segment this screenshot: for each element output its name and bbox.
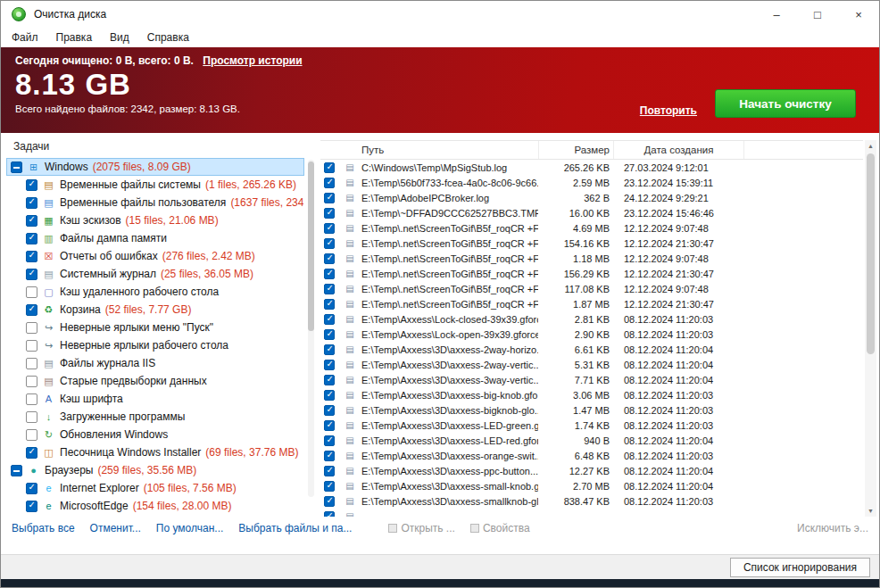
task-item[interactable]: ☒ Отчеты об ошибках (276 files, 2.42 MB) — [6, 247, 304, 265]
scroll-down-icon[interactable]: ▼ — [865, 505, 876, 517]
task-checkbox[interactable] — [26, 197, 37, 209]
file-row[interactable]: ▤ E:\Temp\.net\ScreenToGif\B5f_roqCR +F.… — [320, 266, 863, 281]
menu-item-3[interactable]: Справка — [138, 31, 198, 44]
task-checkbox[interactable] — [26, 215, 37, 227]
scroll-up-icon[interactable]: ▲ — [865, 140, 876, 152]
task-checkbox[interactable] — [26, 501, 37, 512]
file-checkbox[interactable] — [324, 360, 335, 370]
task-checkbox[interactable] — [26, 304, 37, 316]
file-row[interactable]: ▤ E:\Temp\Axxess\3D\axxess-LED-green.g..… — [320, 418, 863, 433]
task-checkbox[interactable] — [26, 340, 37, 352]
file-row[interactable]: ▤ E:\Temp\Axxess\3D\axxess-big-knob.gfo.… — [320, 387, 863, 402]
task-item[interactable]: ▦ Кэш эскизов (15 files, 21.06 MB) — [6, 211, 304, 229]
task-item[interactable]: ▤ Временные файлы пользователя (1637 fil… — [6, 194, 304, 211]
task-item[interactable]: ▤ Старые предвыборки данных — [6, 372, 304, 390]
file-checkbox[interactable] — [324, 511, 335, 518]
footer-link-3[interactable]: Выбрать файлы и па... — [238, 522, 352, 534]
task-item[interactable]: ▥ Файлы дампа памяти — [6, 229, 304, 247]
file-checkbox[interactable] — [324, 223, 335, 234]
file-checkbox[interactable] — [324, 466, 335, 476]
column-header-size[interactable]: Размер — [538, 141, 613, 159]
task-checkbox[interactable] — [26, 269, 37, 280]
task-checkbox[interactable] — [26, 358, 37, 369]
file-row[interactable]: ▤ E:\Temp\Axxess\3D\axxess-smallknob-gl.… — [320, 493, 863, 509]
task-item[interactable]: ● Браузеры (259 files, 35.56 MB) — [6, 461, 304, 479]
files-scrollbar[interactable]: ▲ ▼ — [865, 140, 876, 517]
file-row[interactable]: ▤ E:\Temp\Axxess\3D\axxess-bigknob-glo..… — [320, 402, 863, 418]
file-row[interactable]: ▤ C:\Windows\Temp\MpSigStub.log 265.26 K… — [320, 160, 863, 175]
task-item[interactable]: ♻ Корзина (52 files, 7.77 GB) — [6, 301, 304, 319]
task-item[interactable]: ↪ Неверные ярлыки рабочего стола — [6, 336, 304, 354]
column-header-path[interactable]: Путь — [360, 141, 538, 159]
file-row[interactable]: ▤ E:\Temp\.net\ScreenToGif\B5f_roqCR +F.… — [320, 251, 863, 266]
file-checkbox[interactable] — [324, 496, 335, 507]
file-checkbox[interactable] — [324, 314, 335, 325]
file-row[interactable]: ▤ E:\Temp\.net\ScreenToGif\B5f_roqCR +F.… — [320, 220, 863, 236]
file-row[interactable]: ▤ E:\Temp\Axxess\3D\axxess-small-knob.g.… — [320, 478, 863, 493]
file-checkbox[interactable] — [324, 253, 335, 264]
file-checkbox[interactable] — [324, 329, 335, 340]
minimize-icon[interactable]: – — [756, 1, 797, 28]
task-item[interactable]: ◫ Песочница Windows Installer (69 files,… — [6, 443, 304, 461]
task-checkbox[interactable] — [26, 483, 37, 494]
file-row[interactable]: ▤ E:\Temp\AdobeIPCBroker.log 362 B 24.12… — [320, 190, 863, 205]
file-checkbox[interactable] — [324, 299, 335, 310]
file-checkbox[interactable] — [324, 451, 335, 461]
task-item[interactable]: ⊞ Windows (2075 files, 8.09 GB) — [6, 158, 304, 176]
task-checkbox[interactable] — [26, 251, 37, 262]
task-checkbox[interactable] — [11, 161, 22, 173]
footer-link-2[interactable]: По умолчан... — [156, 522, 223, 534]
task-checkbox[interactable] — [26, 447, 37, 459]
task-checkbox[interactable] — [11, 465, 22, 476]
task-checkbox[interactable] — [26, 286, 37, 298]
file-checkbox[interactable] — [324, 178, 335, 188]
task-checkbox[interactable] — [26, 429, 37, 441]
task-checkbox[interactable] — [26, 322, 37, 334]
menu-item-0[interactable]: Файл — [3, 31, 47, 44]
file-row[interactable]: ▤ — [320, 509, 863, 517]
file-checkbox[interactable] — [324, 269, 335, 279]
task-checkbox[interactable] — [26, 411, 37, 423]
file-checkbox[interactable] — [324, 193, 335, 203]
file-checkbox[interactable] — [324, 162, 335, 173]
task-checkbox[interactable] — [26, 393, 37, 405]
file-checkbox[interactable] — [324, 481, 335, 492]
file-row[interactable]: ▤ E:\Temp\Axxess\Lock-closed-39x39.gforc… — [320, 311, 863, 327]
file-row[interactable]: ▤ E:\Temp\Axxess\3D\axxess-3way-vertic..… — [320, 372, 863, 387]
task-item[interactable]: e Internet Explorer (105 files, 7.56 MB) — [6, 479, 304, 497]
maximize-icon[interactable]: □ — [797, 1, 838, 28]
menu-item-2[interactable]: Вид — [101, 31, 138, 44]
start-clean-button[interactable]: Начать очистку — [715, 89, 856, 118]
footer-link-0[interactable]: Выбрать все — [12, 522, 75, 534]
file-row[interactable]: ▤ E:\Temp\~DFFAD9CCC62527BBC3.TMP 16.00 … — [320, 205, 863, 220]
view-history-link[interactable]: Просмотр истории — [203, 54, 302, 67]
tasks-scrollbar[interactable] — [308, 160, 314, 497]
file-row[interactable]: ▤ E:\Temp\.net\ScreenToGif\B5f_roqCR +F.… — [320, 281, 863, 296]
files-scrollbar-thumb[interactable] — [867, 153, 875, 354]
file-checkbox[interactable] — [324, 375, 335, 385]
task-checkbox[interactable] — [26, 179, 37, 191]
repeat-link[interactable]: Повторить — [640, 104, 697, 117]
task-item[interactable]: ↓ Загруженные программы — [6, 408, 304, 426]
ignore-list-button[interactable]: Список игнорирования — [730, 558, 870, 577]
task-item[interactable]: ▤ Файлы журнала IIS — [6, 354, 304, 372]
file-row[interactable]: ▤ E:\Temp\Axxess\3D\axxess-LED-red.gforc… — [320, 433, 863, 448]
file-checkbox[interactable] — [324, 405, 335, 416]
file-checkbox[interactable] — [324, 208, 335, 219]
file-checkbox[interactable] — [324, 435, 335, 446]
file-row[interactable]: ▤ E:\Temp\Axxess\3D\axxess-ppc-button...… — [320, 463, 863, 478]
footer-link-1[interactable]: Отменит... — [90, 522, 141, 534]
close-icon[interactable]: × — [838, 1, 879, 28]
file-row[interactable]: ▤ E:\Temp\Axxess\3D\axxess-orange-swit..… — [320, 448, 863, 463]
file-row[interactable]: ▤ E:\Temp\56b0f733-fcea-4a0c-8c06-9c66..… — [320, 175, 863, 190]
file-checkbox[interactable] — [324, 420, 335, 431]
file-row[interactable]: ▤ E:\Temp\Axxess\3D\axxess-2way-horizo..… — [320, 342, 863, 357]
task-item[interactable]: ↪ Неверные ярлыки меню "Пуск" — [6, 319, 304, 336]
column-header-date[interactable]: Дата создания — [613, 141, 743, 159]
file-checkbox[interactable] — [324, 284, 335, 294]
file-row[interactable]: ▤ E:\Temp\.net\ScreenToGif\B5f_roqCR +F.… — [320, 236, 863, 251]
task-checkbox[interactable] — [26, 233, 37, 244]
task-item[interactable]: e MicrosoftEdge (154 files, 28.00 MB) — [6, 497, 304, 515]
file-row[interactable]: ▤ E:\Temp\.net\ScreenToGif\B5f_roqCR +F.… — [320, 296, 863, 311]
file-row[interactable]: ▤ E:\Temp\Axxess\3D\axxess-2way-vertic..… — [320, 357, 863, 372]
